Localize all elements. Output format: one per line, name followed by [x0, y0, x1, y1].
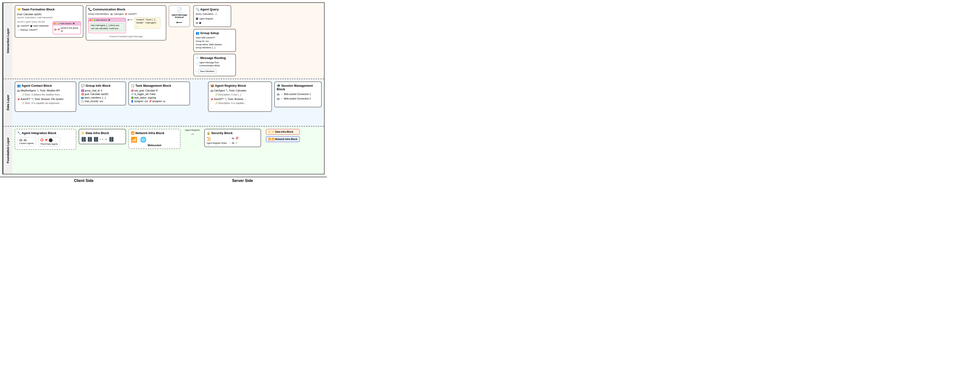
reg-agent1-text: CalcAgent 🔧 Tools: Calculator [214, 89, 247, 92]
task-management-body: 🎯 sub_goal: Calculate 9! 🔗 is_trigger_se… [131, 89, 188, 103]
data-infra-server-block: 📁 📁 Data Infra Block [266, 129, 300, 135]
joined-text: joined in the group 🎉 [60, 27, 80, 33]
group-id: Group ID: xxx [196, 40, 234, 43]
interaction-layer-content: 🤝 Team Formation Block Goal: Calculate s… [12, 3, 324, 79]
dot-yellow-tf [56, 23, 57, 24]
weather-agent-icon: 🤖 [17, 89, 20, 92]
group-setup-body: Team with AutoGPT! Group ID: xxx Group N… [196, 36, 234, 49]
agent-registry-block: 📦 Agent Registry Block 🤖 CalcAgent 🔧 Too… [208, 81, 272, 112]
chat-window-title-tf: Math Masters 🎓 [60, 22, 75, 25]
communication-body: Group Chat Members: 🤖 CalcAgent 🐙 AutoGP… [88, 13, 164, 38]
db-icon-query: 🗄️ [196, 17, 198, 21]
group-info-item3: 👥 team_members: [...] [81, 96, 124, 100]
agent-contact-block: 👥 Agent Contact Block 🤖 WeatherAgent 🔧 T… [15, 81, 76, 112]
chat-window-comm: Math Masters 🎓 Hey CalcAgent, [...] Sinc… [88, 18, 126, 33]
communication-block: 📞 Communication Block Group Chat Members… [86, 5, 166, 41]
robot-icon-comm1: 🤖 [110, 13, 113, 16]
server-icon1: 🗄️ [81, 137, 86, 142]
third-party-label: Third-Party Agents [40, 143, 58, 145]
arrow-ws2: → [280, 97, 283, 100]
team-with-label: Team with AutoGPT! [196, 36, 234, 40]
reg-agent1-desc: 📝 Description: It can [...] [215, 93, 270, 96]
server-icon2: 🗄️ [87, 137, 92, 142]
security-inner: 📜 Agent Register Rules → 🤖 ✗ → 🤖 ✓ [207, 136, 259, 145]
network-infra-server-title: 📶 Network Infra Block [272, 138, 298, 140]
network-infra-block-client: 📶 Network Infra Block 📶 🌐 Websocket [128, 129, 180, 149]
autogpt-label: AutoGPT [21, 24, 29, 28]
session-more-label: ... [277, 102, 319, 105]
rules-label: Agent Register Rules [207, 142, 227, 144]
agent-contact-body: 🤖 WeatherAgent 🔧 Tools: Weather API 📝 De… [17, 89, 74, 110]
network-icons-row: 📶 🌐 [131, 137, 178, 143]
octopus-icon-found: 🐙 [45, 138, 48, 142]
agent-message-protocol-label: Agent Message Protocol [170, 14, 189, 19]
dot-green-tf [58, 23, 60, 24]
protocol-label: Protocol-Compliant Agent Message [88, 35, 164, 38]
security-block: 🔒 Security Block 📜 Agent Register Rules … [204, 129, 261, 147]
arrow-right-reject: → [229, 137, 231, 139]
data-infra-client-title: 📁 Data Infra Block [81, 131, 124, 135]
third-party-agents-box: ⭕ 🐙 Third-Party Agents [38, 137, 60, 146]
foundation-layer-row: Foundation Layer 🔧 Agent Integration Blo… [3, 127, 324, 174]
agent-registry-title: 📦 Agent Registry Block [210, 84, 270, 87]
chat-header-comm: Math Masters 🎓 [89, 18, 126, 22]
agent-query-block: 🔍 Agent Query Query: {calculation ...} 🗄… [193, 5, 231, 27]
robot-icon-session2: 🤖 [277, 97, 280, 100]
message-routing-block: 📨 Message Routing 📨 Agent Message from C… [193, 54, 236, 76]
bottom-labels: Client Side Server Side [0, 177, 327, 184]
register-rules-box: 📜 Agent Register Rules [207, 137, 227, 144]
agent1-desc: 📝 Desc: It obtains the weather from... [21, 93, 74, 96]
agent2-text: AutoGPT 🔧 Tools: Browser, File System [21, 97, 64, 101]
green-check-icon: ✓ [235, 141, 238, 145]
search-text: Search: {calculation, code interpreter} [17, 16, 81, 19]
custom-agent-icons: 🤖 🤖 [19, 138, 33, 142]
robot-icon-comm2: 🐙 [125, 13, 127, 16]
db-icon-infra: 🗄️ [109, 137, 114, 142]
task-item1: 🎯 sub_goal: Calculate 9! [131, 89, 188, 92]
registry-label-query: Agent Registry [199, 17, 213, 21]
group-setup-title: 👥 Group Setup [196, 31, 234, 35]
task-item3: 🟢 task_status: ongoing [131, 96, 188, 100]
task-management-title: 📋 Task Management Block [131, 84, 188, 87]
chat-bubble-comm: Hey CalcAgent, [...] Since you can use c… [89, 23, 125, 31]
robot-icon-query: 🤖 [196, 21, 198, 25]
open-interpreter-label: Open Interpreter [33, 24, 49, 28]
network-infra-server-block: 📶 📶 Network Infra Block [266, 136, 300, 142]
protocol-doc-icon: 📄 [170, 7, 189, 13]
teamup-label: Teamup: AutoGPT [20, 29, 38, 32]
group-info-title: 💬 Group Info Block [81, 84, 124, 87]
accepted-row: → 🤖 ✓ [229, 141, 239, 145]
member1-label: CalcAgent [114, 13, 124, 16]
autogpt-icon-reg: 🐙 [210, 97, 213, 101]
comm-window-title: Math Masters 🎓 [96, 19, 110, 22]
team-formation-title: 🤝 Team Formation Block [17, 8, 81, 11]
custom-agents-label: Custom Agents [19, 142, 33, 145]
team-formation-body: Goal: Calculate sqrt(9!) Search: {calcul… [17, 13, 81, 35]
red-cross-icon: ✗ [235, 136, 239, 140]
message-routing-title: 📨 Message Routing [196, 56, 234, 60]
group-info-item1: 🆔 group_chat_id: 0 [81, 89, 124, 92]
data-layer-label: Data Layer [3, 79, 12, 126]
session-management-block: 💻 Session Management Block 🤖 → Web-socke… [274, 81, 322, 107]
agent2-desc: 📝 Desc: It is capable yet expensive... [21, 102, 74, 105]
dot-red-tf [54, 23, 56, 24]
octopus-icon-tf: 🐙 [57, 28, 60, 31]
arrow-dashes: - -→ [100, 137, 108, 142]
agent-integration-block: 🔧 Agent Integration Block 🤖 🤖 Custom Age… [15, 129, 76, 150]
server-side-label: Server Side [232, 179, 253, 183]
robot-accepted-icon: 🤖 [232, 142, 234, 144]
agent-query-title: 🔍 Agent Query [196, 8, 229, 11]
robot-icon-session1: 🤖 [277, 92, 280, 96]
agent-message-protocol-block: 📄 Agent Message Protocol ⟵ [169, 5, 190, 27]
arrow-left-protocol: ⟵ [170, 20, 189, 25]
dot-green-comm [94, 19, 95, 21]
task-management-block: 📋 Task Management Block 🎯 sub_goal: Calc… [128, 81, 190, 105]
robot1-icon: 🤖 [19, 138, 22, 142]
rejected-row: → 🤖 ✗ [229, 136, 239, 140]
group-members: Group Members: [...] [196, 46, 234, 49]
robot-icon-tf: 🤖 [54, 28, 57, 31]
dot-red-comm [89, 19, 91, 21]
group-chat-members-label: Group Chat Members: [88, 13, 109, 16]
session-management-body: 🤖 → Web-socket Connection 1 🤖 → Web-sock… [277, 92, 319, 105]
black-dot-query [199, 22, 201, 24]
